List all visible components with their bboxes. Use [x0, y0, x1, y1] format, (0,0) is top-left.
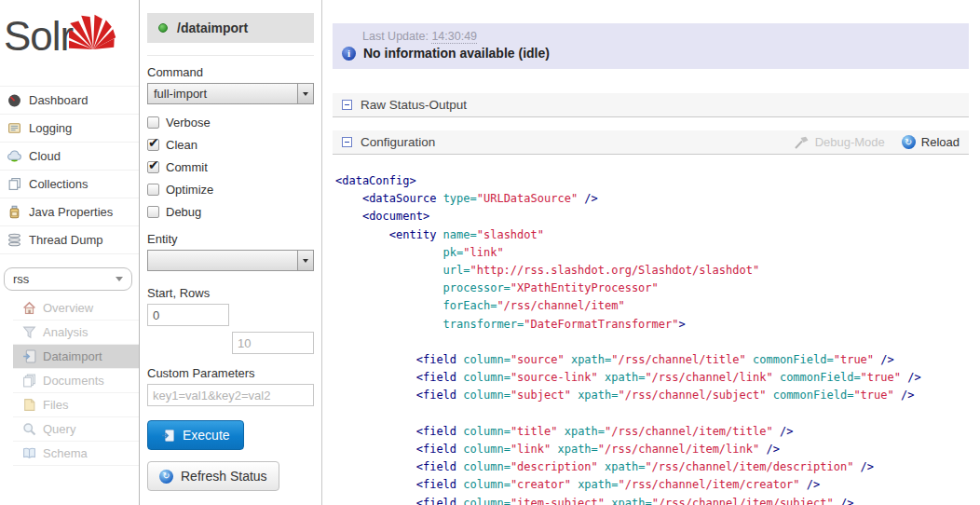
custom-parameters-label: Custom Parameters — [147, 366, 314, 380]
core-item-label: Files — [43, 398, 68, 412]
core-item-label: Schema — [43, 446, 88, 460]
dataimport-form-panel: /dataimport Command full-import Verbose … — [140, 0, 322, 505]
sidebar-item-label: Collections — [29, 177, 88, 191]
collapse-icon[interactable] — [342, 100, 352, 110]
configuration-title: Configuration — [361, 135, 435, 149]
debug-mode-button[interactable]: Debug-Mode — [794, 135, 885, 149]
start-rows-label: Start, Rows — [147, 286, 314, 300]
sidebar-item-cloud[interactable]: Cloud — [0, 143, 139, 171]
refresh-button-label: Refresh Status — [181, 469, 267, 484]
core-item-overview[interactable]: Overview — [13, 296, 139, 321]
core-item-label: Analysis — [43, 325, 88, 339]
core-item-label: Documents — [43, 374, 104, 388]
verbose-label[interactable]: Verbose — [166, 116, 211, 130]
core-item-label: Query — [43, 422, 75, 436]
raw-status-output-title: Raw Status-Output — [361, 98, 467, 112]
sidebar-item-label: Java Properties — [29, 205, 113, 219]
sidebar-item-label: Dashboard — [29, 93, 88, 107]
cloud-icon — [7, 149, 21, 163]
command-select[interactable]: full-import — [147, 83, 314, 104]
optimize-label[interactable]: Optimize — [166, 183, 213, 197]
dataimport-config-xml: <dataConfig> <dataSource type="URLDataSo… — [335, 172, 980, 505]
debug-checkbox[interactable] — [147, 206, 159, 218]
raw-status-output-header: Raw Status-Output — [333, 93, 969, 117]
chevron-down-icon — [116, 277, 123, 281]
core-item-files[interactable]: Files — [13, 393, 139, 417]
handler-header: /dataimport — [147, 13, 314, 43]
thread-dump-icon — [7, 233, 21, 247]
core-item-analysis[interactable]: Analysis — [13, 321, 139, 345]
command-label: Command — [147, 65, 314, 79]
files-icon — [22, 398, 36, 412]
status-message: No information available (idle) — [363, 46, 550, 61]
start-input[interactable] — [147, 304, 229, 326]
last-update-label: Last Update: — [362, 30, 429, 43]
sidebar-item-collections[interactable]: Collections — [0, 171, 139, 198]
handler-name: /dataimport — [177, 20, 248, 35]
entity-select[interactable] — [147, 250, 314, 271]
last-update-time: 14:30:49 — [431, 30, 477, 44]
custom-parameters-input[interactable] — [147, 384, 314, 406]
clean-checkbox[interactable] — [147, 139, 159, 151]
configuration-header: Configuration Debug-Mode Reload — [333, 130, 969, 155]
reload-icon — [902, 135, 916, 149]
debug-mode-label: Debug-Mode — [815, 135, 885, 149]
reload-label: Reload — [921, 135, 960, 149]
hammer-icon — [794, 136, 810, 149]
info-icon — [342, 47, 356, 61]
solr-logo-text: Solr — [4, 9, 73, 63]
documents-icon — [22, 374, 36, 388]
status-info-box: Last Update: 14:30:49 No information ava… — [333, 23, 969, 69]
status-dot-icon — [158, 23, 168, 33]
rows-input[interactable] — [232, 332, 314, 354]
last-update: Last Update: 14:30:49 — [362, 30, 960, 43]
solr-fan-icon — [69, 6, 123, 54]
chevron-down-icon — [297, 251, 313, 270]
reload-button[interactable]: Reload — [902, 135, 960, 149]
dataimport-icon — [22, 349, 36, 363]
clean-label[interactable]: Clean — [166, 138, 197, 152]
dashboard-icon — [7, 93, 21, 107]
logging-icon — [7, 121, 21, 135]
verbose-checkbox[interactable] — [147, 116, 159, 129]
core-item-label: Overview — [43, 301, 93, 315]
core-item-dataimport[interactable]: Dataimport — [13, 345, 139, 369]
sidebar-item-label: Thread Dump — [29, 233, 102, 247]
command-select-value: full-import — [148, 87, 297, 101]
sidebar-item-logging[interactable]: Logging — [0, 115, 139, 143]
optimize-checkbox[interactable] — [147, 184, 159, 196]
execute-button-label: Execute — [183, 428, 230, 443]
sidebar-item-dashboard[interactable]: Dashboard — [0, 86, 139, 115]
core-menu: Overview Analysis Dataimport Documents F… — [13, 296, 139, 466]
entity-label: Entity — [147, 232, 314, 246]
solr-admin-window: Solr Dashboard — [0, 0, 980, 505]
analysis-icon — [22, 325, 36, 339]
chevron-down-icon — [297, 84, 313, 103]
java-properties-icon — [7, 205, 21, 219]
commit-label[interactable]: Commit — [166, 160, 208, 174]
sidebar-item-label: Cloud — [29, 149, 61, 163]
main-menu: Dashboard Logging Cloud Collections Java… — [0, 86, 139, 254]
core-selector[interactable]: rss — [4, 267, 132, 291]
sidebar-item-java-properties[interactable]: Java Properties — [0, 198, 139, 226]
core-item-query[interactable]: Query — [13, 417, 139, 442]
commit-checkbox[interactable] — [147, 161, 159, 173]
schema-icon — [22, 446, 36, 460]
divider — [147, 55, 314, 56]
collapse-icon[interactable] — [342, 137, 352, 147]
core-selector-value: rss — [13, 272, 29, 286]
collections-icon — [7, 177, 21, 191]
core-item-schema[interactable]: Schema — [13, 442, 139, 466]
solr-logo[interactable]: Solr — [0, 0, 139, 86]
core-item-label: Dataimport — [43, 349, 102, 363]
sidebar-item-thread-dump[interactable]: Thread Dump — [0, 226, 139, 254]
execute-import-icon — [161, 429, 175, 443]
sidebar-item-label: Logging — [29, 121, 72, 135]
core-item-documents[interactable]: Documents — [13, 369, 139, 393]
refresh-icon — [159, 470, 173, 484]
sidebar: Solr Dashboard — [0, 0, 140, 505]
execute-button[interactable]: Execute — [147, 420, 244, 450]
refresh-status-button[interactable]: Refresh Status — [147, 461, 279, 491]
debug-label[interactable]: Debug — [166, 205, 201, 219]
overview-icon — [22, 301, 36, 315]
